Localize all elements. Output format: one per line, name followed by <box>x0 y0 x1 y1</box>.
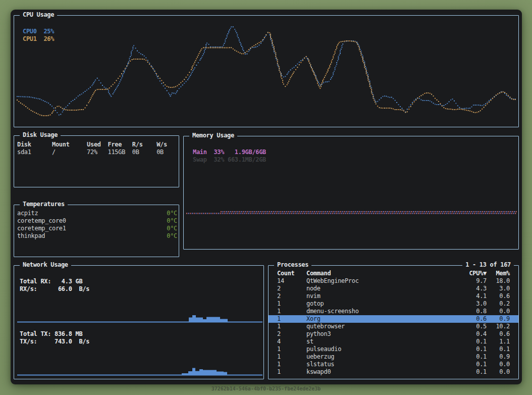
panel-title-disk: Disk Usage <box>20 131 61 139</box>
panel-title-processes: Processes <box>274 261 311 269</box>
process-row[interactable]: 2python30.40.6 <box>269 330 518 338</box>
panel-processes: Processes 1 - 13 of 167 Count Command CP… <box>268 265 519 379</box>
temp-sensor-value: 0°C <box>167 217 177 225</box>
process-row[interactable]: 1dmenu-screensho0.80.0 <box>269 308 518 315</box>
disk-table-header: Disk Mount Used Free R/s W/s <box>17 141 167 149</box>
col-header-mem: Mem% <box>487 270 510 277</box>
process-command: qutebrowser <box>306 323 456 330</box>
temp-sensor-label: coretemp_core1 <box>17 225 66 232</box>
desktop-status-text: 37262b14-546a-4bf0-b235-fbe24ede2e3b <box>0 386 532 391</box>
panel-temperatures: Temperatures acpitz0°Ccoretemp_core00°Cc… <box>14 205 179 257</box>
temperature-row: coretemp_core00°C <box>14 217 179 225</box>
process-row[interactable]: 4st0.11.1 <box>269 338 518 345</box>
temp-sensor-value: 0°C <box>167 210 177 217</box>
cpu-history-chart <box>14 16 518 126</box>
process-cpu: 0.1 <box>456 368 487 376</box>
process-mem: 0.0 <box>487 368 510 376</box>
process-count: 1 <box>277 300 306 308</box>
process-cpu: 0.6 <box>456 315 487 323</box>
process-mem: 0.6 <box>487 330 510 338</box>
panel-memory-usage: Memory Usage Main 33% 1.9GB/6GB Swap 32%… <box>183 136 519 250</box>
process-command: QtWebEngineProc <box>306 277 456 285</box>
process-mem: 3.0 <box>487 285 510 292</box>
process-row[interactable]: 1ueberzug0.10.9 <box>269 353 518 361</box>
process-count: 1 <box>277 308 306 315</box>
process-mem: 18.0 <box>487 277 510 285</box>
desktop: {"desktop":{"bg_color":"#7c9264","status… <box>0 0 532 395</box>
process-row[interactable]: 1pulseaudio0.10.1 <box>269 345 518 353</box>
processes-table-header: Count Command CPU%▼ Mem% <box>269 270 518 277</box>
process-count: 4 <box>277 338 306 345</box>
col-header-cpu: CPU%▼ <box>456 270 487 277</box>
process-mem: 0.0 <box>487 308 510 315</box>
terminal-window[interactable]: CPU Usage CPU0 25% CPU1 26% Disk Usage D… <box>11 10 522 384</box>
process-command: python3 <box>306 330 456 338</box>
process-command: nvim <box>306 292 456 300</box>
process-cpu: 0.5 <box>456 323 487 330</box>
col-header-command: Command <box>306 270 456 277</box>
temp-sensor-value: 0°C <box>167 225 177 232</box>
network-sparklines <box>14 266 263 378</box>
process-command: st <box>306 338 456 345</box>
process-row[interactable]: 14QtWebEngineProc9.718.0 <box>269 277 518 285</box>
process-count: 1 <box>277 353 306 361</box>
panel-cpu-usage: CPU Usage CPU0 25% CPU1 26% <box>14 15 519 127</box>
process-row[interactable]: 1kswapd00.10.0 <box>269 368 518 376</box>
process-cpu: 4.1 <box>456 292 487 300</box>
process-row[interactable]: 2nvim4.10.6 <box>269 292 518 300</box>
process-mem: 0.9 <box>487 353 510 361</box>
process-row-selected[interactable]: 1Xorg0.60.9 <box>269 315 518 323</box>
process-command: pulseaudio <box>306 345 456 353</box>
process-count: 14 <box>277 277 306 285</box>
processes-pager: 1 - 13 of 167 <box>462 261 514 269</box>
process-mem: 0.6 <box>487 292 510 300</box>
process-cpu: 0.8 <box>456 308 487 315</box>
process-cpu: 0.1 <box>456 345 487 353</box>
temperature-row: thinkpad0°C <box>14 232 179 240</box>
temperature-row: coretemp_core10°C <box>14 225 179 232</box>
temp-sensor-value: 0°C <box>167 232 177 240</box>
process-cpu: 0.1 <box>456 361 487 368</box>
process-mem: 10.2 <box>487 323 510 330</box>
process-cpu: 4.3 <box>456 285 487 292</box>
process-cpu: 3.0 <box>456 300 487 308</box>
memory-history-chart <box>184 136 518 249</box>
temp-sensor-label: thinkpad <box>17 232 45 240</box>
process-cpu: 0.4 <box>456 330 487 338</box>
process-row[interactable]: 1gotop3.00.2 <box>269 300 518 308</box>
process-count: 1 <box>277 361 306 368</box>
process-count: 1 <box>277 368 306 376</box>
process-command: Xorg <box>306 315 456 323</box>
process-row[interactable]: 1slstatus0.10.0 <box>269 361 518 368</box>
process-mem: 0.9 <box>487 315 510 323</box>
process-row[interactable]: 1qutebrowser0.510.2 <box>269 323 518 330</box>
col-header-count: Count <box>277 270 306 277</box>
process-count: 2 <box>277 285 306 292</box>
process-cpu: 0.1 <box>456 338 487 345</box>
process-mem: 0.1 <box>487 345 510 353</box>
process-row[interactable]: 2node4.33.0 <box>269 285 518 292</box>
process-command: dmenu-screensho <box>306 308 456 315</box>
process-count: 1 <box>277 315 306 323</box>
process-command: ueberzug <box>306 353 456 361</box>
temp-sensor-label: coretemp_core0 <box>17 217 66 225</box>
panel-disk-usage: Disk Usage Disk Mount Used Free R/s W/s … <box>14 135 179 187</box>
process-command: node <box>306 285 456 292</box>
process-mem: 1.1 <box>487 338 510 345</box>
process-cpu: 9.7 <box>456 277 487 285</box>
process-command: slstatus <box>306 361 456 368</box>
process-count: 1 <box>277 323 306 330</box>
process-command: kswapd0 <box>306 368 456 376</box>
process-count: 2 <box>277 292 306 300</box>
process-command: gotop <box>306 300 456 308</box>
disk-table-row: sda1 / 72% 115GB 0B 0B <box>17 149 164 156</box>
process-mem: 0.0 <box>487 361 510 368</box>
process-mem: 0.2 <box>487 300 510 308</box>
process-cpu: 0.1 <box>456 353 487 361</box>
process-count: 1 <box>277 345 306 353</box>
temperature-row: acpitz0°C <box>14 210 179 217</box>
panel-title-temperatures: Temperatures <box>20 201 68 208</box>
temp-sensor-label: acpitz <box>17 210 38 217</box>
panel-network-usage: Network Usage Total RX: 4.3 GB RX/s: 66.… <box>14 265 264 379</box>
process-count: 2 <box>277 330 306 338</box>
